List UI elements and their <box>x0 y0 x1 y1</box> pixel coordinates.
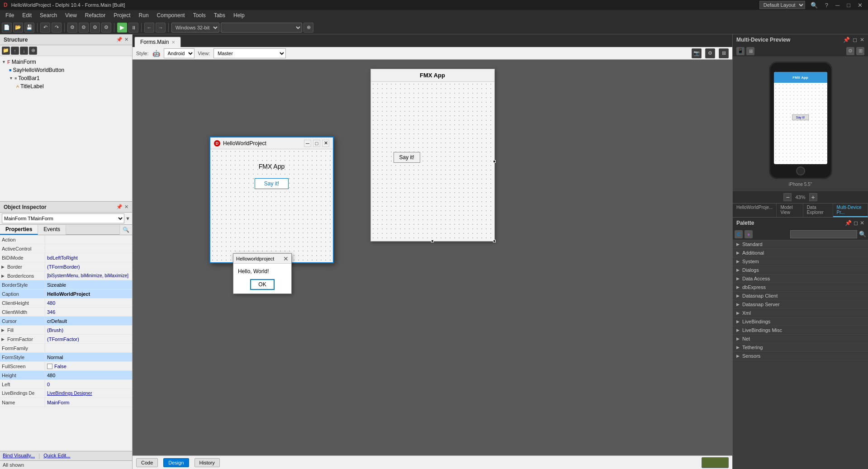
tb-icon2[interactable]: ⚙ <box>79 23 89 33</box>
msg-close-btn[interactable]: ✕ <box>283 255 289 262</box>
palette-expand-icon[interactable]: ◻ <box>854 220 858 226</box>
tree-tb-1[interactable]: 📁 <box>2 47 10 55</box>
tree-tb-4[interactable]: ⊕ <box>29 47 37 55</box>
maximize-btn[interactable]: □ <box>845 2 852 9</box>
back-btn[interactable]: ← <box>144 23 154 33</box>
oi-val-borderstyle[interactable]: Sizeable <box>45 280 132 289</box>
tree-toolbar1[interactable]: ▼ ■ ToolBar1 <box>0 74 132 82</box>
oi-expand-formfactor[interactable]: ▶ <box>0 335 5 343</box>
menu-project[interactable]: Project <box>110 11 134 19</box>
palette-item-dialogs[interactable]: ▶ Dialogs <box>733 266 868 275</box>
oi-row-bidimode[interactable]: BiDiMode bdLeftToRight <box>0 253 132 262</box>
menu-tabs[interactable]: Tabs <box>210 11 229 19</box>
code-btn[interactable]: Code <box>136 458 158 467</box>
oi-row-border[interactable]: ▶ Border (TFormBorder) <box>0 262 132 271</box>
palette-item-dataaccess[interactable]: ▶ Data Access <box>733 275 868 283</box>
oi-val-cursor[interactable]: crDefault <box>45 317 132 325</box>
undo-btn[interactable]: ↶ <box>40 23 50 33</box>
msg-dialog[interactable]: Helloworldproject ✕ Hello, World! OK <box>233 253 292 294</box>
oi-val-formfactor[interactable]: (TFormFactor) <box>45 335 132 343</box>
resize-handle-right-center[interactable] <box>493 160 496 163</box>
tree-mainform[interactable]: ▼ F MainForm <box>0 58 132 66</box>
palette-item-tethering[interactable]: ▶ Tethering <box>733 343 868 352</box>
palette-item-system[interactable]: ▶ System <box>733 257 868 266</box>
form-body[interactable]: Say it! <box>371 82 494 241</box>
palette-item-standard[interactable]: ▶ Standard <box>733 240 868 249</box>
hw-maximize-btn[interactable]: □ <box>313 140 320 147</box>
oi-pin[interactable]: 📌 <box>116 204 123 210</box>
palette-search-icon[interactable]: 🔍 <box>859 231 866 237</box>
oi-search-icon[interactable]: 🔍 <box>123 227 129 233</box>
menu-search[interactable]: Search <box>36 11 61 19</box>
menu-edit[interactable]: Edit <box>19 11 35 19</box>
tree-titlelabel[interactable]: A TitleLabel <box>0 82 132 90</box>
mdp-pin-icon[interactable]: 📌 <box>843 37 850 43</box>
oi-row-cursor[interactable]: Cursor crDefault <box>0 317 132 326</box>
mdp-expand-icon[interactable]: ◻ <box>853 37 857 43</box>
tab-close-forms-main[interactable]: ✕ <box>171 40 175 45</box>
oi-val-caption[interactable]: HelloWorldProject <box>45 289 132 298</box>
resize-handle-bottom-right[interactable] <box>493 240 496 242</box>
quick-edit-link[interactable]: Quick Edit... <box>43 453 70 459</box>
oi-row-height[interactable]: Height 480 <box>0 371 132 380</box>
palette-close-icon[interactable]: ✕ <box>860 220 864 226</box>
step-btn[interactable]: ⏸ <box>128 23 138 33</box>
oi-val-border[interactable]: (TFormBorder) <box>45 262 132 271</box>
tab-events[interactable]: Events <box>38 225 66 235</box>
mdp-tb-1[interactable]: 📱 <box>736 47 745 55</box>
minimize-btn[interactable]: ─ <box>834 2 841 9</box>
mdp-tb-3[interactable]: ⚙ <box>846 47 854 55</box>
forward-btn[interactable]: → <box>156 23 166 33</box>
oi-val-livebindings[interactable]: LiveBindings Designer <box>45 389 132 398</box>
rb-tab-modelview[interactable]: Model View <box>777 204 803 217</box>
view-dropdown[interactable]: Master <box>213 48 286 58</box>
tb-icon3[interactable]: ⚙ <box>90 23 100 33</box>
save-btn[interactable]: 💾 <box>24 23 34 33</box>
fullscreen-checkbox[interactable] <box>47 364 52 369</box>
oi-expand-bordericons[interactable]: ▶ <box>0 271 5 280</box>
oi-val-bordericons[interactable]: [biSystemMenu, biMinimize, biMaximize] <box>45 271 132 280</box>
oi-val-height[interactable]: 480 <box>45 371 132 379</box>
hw-close-btn[interactable]: ✕ <box>322 140 329 147</box>
palette-item-livebindingsmisc[interactable]: ▶ LiveBindings Misc <box>733 326 868 335</box>
new-btn[interactable]: 📄 <box>2 23 12 33</box>
oi-dropdown-icon[interactable]: ▼ <box>125 216 130 221</box>
hw-say-it-button[interactable]: Say it! <box>255 178 289 189</box>
palette-tb-1[interactable]: C <box>735 230 743 238</box>
oi-val-fill[interactable]: (Brush) <box>45 326 132 334</box>
menu-tools[interactable]: Tools <box>190 11 209 19</box>
open-btn[interactable]: 📂 <box>13 23 23 33</box>
palette-item-datasnapclient[interactable]: ▶ Datasnap Client <box>733 292 868 300</box>
close-btn[interactable]: ✕ <box>856 2 864 9</box>
rb-tab-dataexplorer[interactable]: Data Explorer <box>803 204 833 217</box>
palette-search-input[interactable] <box>790 230 857 238</box>
oi-row-clientwidth[interactable]: ClientWidth 346 <box>0 308 132 317</box>
designer-icon1[interactable]: 📷 <box>692 48 702 58</box>
oi-val-left[interactable]: 0 <box>45 380 132 388</box>
palette-item-dbexpress[interactable]: ▶ dbExpress <box>733 283 868 292</box>
palette-item-net[interactable]: ▶ Net <box>733 335 868 343</box>
platform-dropdown[interactable]: Windows 32-bit <box>171 23 219 33</box>
oi-row-left[interactable]: Left 0 <box>0 380 132 389</box>
tb-icon5[interactable]: ⊕ <box>304 23 313 33</box>
phone-home-btn[interactable] <box>796 166 805 175</box>
rb-tab-mdevice[interactable]: Multi-Device Pr... <box>833 204 868 217</box>
menu-file[interactable]: File <box>2 11 18 19</box>
design-btn[interactable]: Design <box>163 458 189 467</box>
bind-visually-link[interactable]: Bind Visually... <box>3 453 35 459</box>
oi-val-name[interactable]: MainForm <box>45 398 132 407</box>
oi-row-name[interactable]: Name MainForm <box>0 398 132 407</box>
tab-forms-main[interactable]: Forms.Main ✕ <box>134 37 181 47</box>
oi-val-fullscreen[interactable]: False <box>45 362 132 370</box>
palette-item-datasnapserver[interactable]: ▶ Datasnap Server <box>733 300 868 309</box>
oi-expand-border[interactable]: ▶ <box>0 262 5 271</box>
tab-properties[interactable]: Properties <box>0 225 38 235</box>
say-it-button[interactable]: Say it! <box>394 152 420 163</box>
rb-tab-hwproject[interactable]: HelloWorldProje... <box>733 204 777 217</box>
history-btn[interactable]: History <box>194 458 220 467</box>
zoom-plus-btn[interactable]: + <box>809 193 817 201</box>
oi-row-formfamily[interactable]: FormFamily <box>0 344 132 353</box>
designer-icon2[interactable]: ⚙ <box>705 48 715 58</box>
config-dropdown[interactable] <box>221 23 302 33</box>
form-design[interactable]: FMX App Say it! <box>370 69 495 242</box>
